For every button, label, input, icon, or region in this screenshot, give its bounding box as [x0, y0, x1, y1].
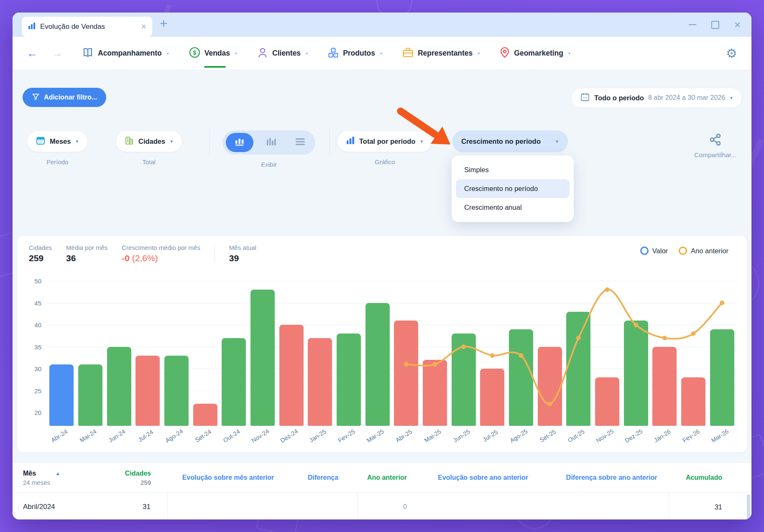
chevron-down-icon: ▾ — [306, 51, 308, 56]
scrollbar-thumb[interactable] — [747, 494, 750, 519]
bar-ago-25[interactable] — [509, 329, 533, 426]
header-diferenca[interactable]: Diferença — [289, 474, 358, 481]
bar-jan-26[interactable] — [652, 347, 677, 426]
nav-item-clientes[interactable]: Clientes▾ — [257, 47, 308, 60]
share-icon — [709, 133, 722, 148]
tab-close-icon[interactable]: × — [141, 22, 146, 31]
bar-nov-25[interactable] — [595, 377, 619, 426]
bar-slot: Fev-26 — [679, 281, 708, 426]
bar-slot: Jan-26 — [650, 281, 679, 426]
bar-slot: Jun-25 — [449, 281, 478, 426]
back-button[interactable]: ← — [27, 47, 38, 60]
chart-legend: ValorAno anterior — [640, 247, 728, 255]
table-row-abril-2024[interactable]: Abril/202431031 — [13, 493, 751, 519]
y-axis-tick: 50 — [34, 277, 41, 285]
header-cidades[interactable]: Cidades259 — [125, 470, 151, 486]
bar-jun-24[interactable] — [107, 347, 131, 426]
bar-slot: Mai-25 — [421, 281, 450, 426]
header-acumulado[interactable]: Acumulado — [669, 474, 751, 481]
bars-option[interactable] — [259, 133, 283, 152]
svg-text:$: $ — [193, 49, 196, 56]
bar-mai-24[interactable] — [78, 364, 102, 426]
bar-ago-24[interactable] — [164, 356, 189, 426]
sort-asc-icon[interactable]: ▲ — [55, 471, 60, 476]
acumulado-value: 31 — [715, 503, 722, 511]
active-underline — [204, 66, 226, 68]
bar-chart-icon — [346, 136, 355, 147]
column-chart-option[interactable] — [226, 133, 253, 152]
header-diferenca_ano[interactable]: Diferença sobre ano anterior — [554, 474, 669, 481]
header-mes[interactable]: Mês▲24 meses — [23, 470, 60, 486]
bar-dez-24[interactable] — [279, 325, 304, 426]
period-label: Todo o período — [594, 94, 644, 102]
nav-item-acompanhamento[interactable]: Acompanhamento▾ — [82, 47, 169, 60]
gear-icon[interactable]: ⚙ — [726, 46, 737, 61]
bar-mar-25[interactable] — [365, 303, 390, 426]
add-filter-button[interactable]: Adicionar filtro... — [23, 88, 106, 107]
bar-set-25[interactable] — [538, 347, 562, 426]
bar-slot: Ago-25 — [507, 281, 536, 426]
x-axis-label: Set-24 — [194, 428, 212, 444]
dropdown-item-3[interactable]: Crescimento anual — [456, 198, 570, 217]
cell-mes-cidades: Abril/202431 — [13, 493, 168, 519]
bar-jul-25[interactable] — [480, 369, 504, 426]
person-icon — [257, 47, 268, 60]
bar-jun-25[interactable] — [452, 333, 476, 426]
bar-slot: Jan-25 — [306, 281, 335, 426]
maximize-button[interactable] — [711, 21, 719, 29]
grafico-pill-label: Total por período — [359, 137, 415, 145]
metric-pill-label: Crescimento no período — [461, 137, 541, 145]
close-button[interactable]: × — [734, 19, 741, 30]
period-selector[interactable]: Meses ▼ — [27, 130, 88, 152]
minimize-button[interactable] — [689, 24, 696, 25]
x-axis-label: Abr-25 — [395, 428, 414, 443]
bar-mai-25[interactable] — [423, 360, 447, 426]
total-pill-label: Cidades — [138, 137, 165, 145]
period-caption: Período — [46, 158, 69, 165]
x-axis-label: Mar-26 — [710, 428, 730, 444]
metric-selector[interactable]: Crescimento no período ▼ — [452, 130, 568, 152]
chevron-down-icon: ▼ — [729, 96, 733, 100]
header-evolucao_ano[interactable]: Evolução sobre ano anterior — [412, 474, 554, 481]
bar-set-24[interactable] — [193, 404, 217, 426]
header-mes-title-row: Mês▲ — [23, 470, 60, 477]
bar-slot: Dez-25 — [621, 281, 650, 426]
table-header: Mês▲24 mesesCidades259Evolução sobre mês… — [13, 463, 751, 493]
nav-item-vendas[interactable]: $Vendas▾ — [189, 47, 237, 60]
new-tab-button[interactable]: + — [160, 16, 168, 31]
cidades-header-subtitle: 259 — [125, 479, 151, 486]
date-range-picker[interactable]: Todo o período 8 abr 2024 a 30 mar 2026 … — [571, 88, 742, 108]
bar-abr-25[interactable] — [394, 321, 418, 426]
dropdown-item-1[interactable]: Simples — [456, 160, 570, 179]
bar-mar-26[interactable] — [710, 329, 734, 426]
legend-ring-icon — [640, 247, 649, 255]
stat-value: -0 (2,6%) — [122, 253, 200, 263]
forward-button[interactable]: → — [52, 47, 63, 60]
bar-jan-25[interactable] — [308, 338, 332, 426]
bar-abr-24[interactable] — [49, 364, 74, 426]
bar-nov-24[interactable] — [250, 290, 275, 426]
page-content: Adicionar filtro... Todo o período 8 abr… — [13, 70, 751, 519]
bar-out-24[interactable] — [222, 338, 246, 426]
x-axis-label: Mai-25 — [423, 428, 442, 444]
bar-out-25[interactable] — [566, 312, 590, 426]
dropdown-item-2[interactable]: Crescimento no período — [456, 179, 570, 198]
bar-fev-26[interactable] — [681, 377, 705, 426]
stat-label: Cidades — [29, 244, 52, 251]
tab-evolucao-de-vendas[interactable]: Evolução de Vendas × — [22, 17, 152, 37]
x-axis-label: Dez-25 — [623, 428, 644, 444]
chevron-down-icon: ▾ — [235, 51, 237, 56]
cell-ano-anterior: 0 — [358, 493, 412, 519]
list-option[interactable] — [289, 133, 312, 152]
stat-value: 259 — [29, 253, 52, 263]
total-selector[interactable]: Cidades ▼ — [115, 130, 182, 152]
header-ano_anterior[interactable]: Ano anterior — [358, 474, 412, 481]
bar-fev-25[interactable] — [337, 333, 361, 426]
nav-item-geomarketing[interactable]: Geomarketing▾ — [500, 47, 570, 60]
share-group[interactable]: Compartilhar... — [694, 133, 736, 159]
bar-jul-24[interactable] — [135, 356, 160, 426]
nav-item-produtos[interactable]: Produtos▾ — [328, 47, 382, 60]
header-evolucao_mes[interactable]: Evolução sobre mês anterior — [168, 474, 289, 481]
bar-dez-25[interactable] — [624, 321, 648, 426]
nav-item-representantes[interactable]: Representantes▾ — [402, 47, 480, 60]
